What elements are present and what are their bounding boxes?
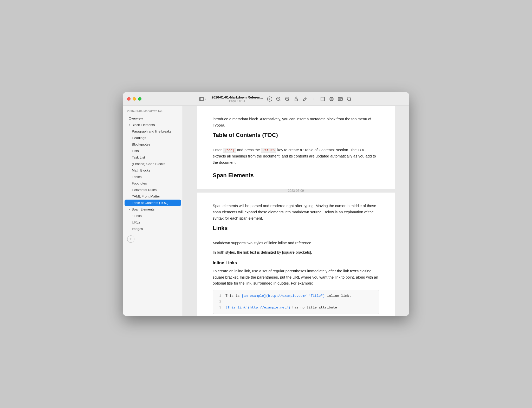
titlebar-actions: i › xyxy=(267,96,352,102)
code-suffix-1: inline link. xyxy=(325,294,351,298)
toc-code2: Return xyxy=(261,148,276,153)
inline-links-heading: Inline Links xyxy=(213,260,379,266)
sidebar-item-lists[interactable]: Lists xyxy=(125,148,181,154)
inline-links-para: To create an inline link, use a set of r… xyxy=(213,268,379,287)
links-para2: In both styles, the link text is delimit… xyxy=(213,249,379,256)
svg-rect-14 xyxy=(321,97,325,101)
sidebar-item-blockquotes[interactable]: Blockquotes xyxy=(125,141,181,148)
sidebar-item-links[interactable]: › Links xyxy=(125,213,181,219)
sidebar-span-elements-label: Span Elements xyxy=(132,207,154,211)
document-title: 2016-01-01-Markdown Referen... xyxy=(212,95,263,99)
svg-rect-0 xyxy=(199,97,204,101)
toc-and-text: and press the xyxy=(237,148,261,152)
page-separator: 2023-05-09 xyxy=(197,189,395,193)
sidebar-item-horizontal-rules[interactable]: Horizontal Rules xyxy=(125,187,181,193)
titlebar: › 2016-01-01-Markdown Referen... Page 6 … xyxy=(123,92,409,106)
code-link-1: [an example](http://example.com/ "Title"… xyxy=(242,294,325,298)
svg-line-10 xyxy=(288,100,289,101)
code-lineno-2: 2 xyxy=(217,299,221,305)
page-info: Page 6 of 11 xyxy=(229,99,245,102)
sidebar-item-paragraph[interactable]: Paragraph and line breaks xyxy=(125,128,181,135)
svg-line-23 xyxy=(350,100,351,101)
zoom-in-icon[interactable] xyxy=(285,96,290,102)
sidebar-toggle-chevron: › xyxy=(205,97,206,101)
code-line-1: 1 This is [an example](http://example.co… xyxy=(217,293,375,299)
code-suffix-3: has no title attribute. xyxy=(290,306,339,310)
minimize-button[interactable] xyxy=(133,97,136,101)
toc-enter-text: Enter xyxy=(213,148,223,152)
close-button[interactable] xyxy=(127,97,131,101)
code-line-2-text xyxy=(225,299,228,305)
doc-page-2: Span elements will be parsed and rendere… xyxy=(197,193,395,316)
page-date: 2023-05-09 xyxy=(288,189,304,193)
links-para1: Markdown supports two styles of links: i… xyxy=(213,240,379,246)
links-heading: Links xyxy=(213,225,379,232)
code-line-1-text: This is [an example](http://example.com/… xyxy=(225,293,351,299)
sidebar-block-elements-header[interactable]: ▾ Block Elements xyxy=(125,122,181,128)
chevron-down-icon: ▾ xyxy=(129,123,130,126)
code-line-3-text: [This link](http://example.net/) has no … xyxy=(225,305,339,311)
titlebar-title-block: 2016-01-01-Markdown Referen... Page 6 of… xyxy=(212,95,263,102)
add-button[interactable]: + xyxy=(127,235,134,243)
code-block: 1 This is [an example](http://example.co… xyxy=(213,290,379,314)
edit-icon[interactable] xyxy=(302,96,308,102)
svg-point-16 xyxy=(331,98,332,100)
sidebar-item-headings[interactable]: Headings xyxy=(125,135,181,141)
document-area[interactable]: introduce a metadata block. Alternativel… xyxy=(183,106,409,316)
main-content: 2016-01-01-Markdown Re... Overview ▾ Blo… xyxy=(123,106,409,316)
target-icon[interactable] xyxy=(329,96,334,102)
sidebar[interactable]: 2016-01-01-Markdown Re... Overview ▾ Blo… xyxy=(123,106,183,316)
search-icon[interactable] xyxy=(347,96,352,102)
zoom-out-icon[interactable] xyxy=(276,96,281,102)
sidebar-item-urls[interactable]: URLs xyxy=(125,219,181,226)
sidebar-item-code-blocks[interactable]: (Fenced) Code Blocks xyxy=(125,161,181,167)
svg-line-6 xyxy=(280,100,281,101)
toc-para: Enter [toc] and press the Return key to … xyxy=(213,147,379,166)
sidebar-doc-name: 2016-01-01-Markdown Re... xyxy=(123,108,183,115)
doc-page-1: introduce a metadata block. Alternativel… xyxy=(197,106,395,189)
svg-rect-19 xyxy=(338,97,342,101)
links-divider xyxy=(213,236,379,236)
code-link-3: [This link](http://example.net/) xyxy=(225,306,290,310)
annotate-icon[interactable] xyxy=(338,96,343,102)
sidebar-item-footnotes[interactable]: Footnotes xyxy=(125,180,181,187)
sidebar-item-toc[interactable]: Table of Contents (TOC) xyxy=(125,200,181,206)
toc-divider xyxy=(213,143,379,143)
code-lineno-1: 1 xyxy=(217,293,221,299)
sidebar-item-yaml[interactable]: YAML Front Matter xyxy=(125,193,181,200)
traffic-lights xyxy=(127,97,141,101)
code-lineno-3: 3 xyxy=(217,305,221,311)
intro-text: introduce a metadata block. Alternativel… xyxy=(213,116,379,129)
edit-chevron-icon[interactable]: › xyxy=(311,96,316,102)
titlebar-center: › 2016-01-01-Markdown Referen... Page 6 … xyxy=(145,95,405,102)
svg-point-15 xyxy=(330,97,333,101)
code-prefix-1: This is xyxy=(225,294,242,298)
code-line-2: 2 xyxy=(217,299,375,305)
chevron-down-icon-span: ▾ xyxy=(129,208,130,211)
svg-text:i: i xyxy=(269,97,270,101)
sidebar-item-tasklist[interactable]: Task List xyxy=(125,154,181,161)
sidebar-item-math-blocks[interactable]: Math Blocks xyxy=(125,167,181,174)
code-line-3: 3 [This link](http://example.net/) has n… xyxy=(217,305,375,311)
page2-intro: Span elements will be parsed and rendere… xyxy=(213,203,379,222)
sidebar-item-tables[interactable]: Tables xyxy=(125,174,181,180)
sidebar-footer: + xyxy=(123,233,183,245)
sidebar-item-images[interactable]: Images xyxy=(125,226,181,232)
svg-line-12 xyxy=(305,98,306,99)
maximize-button[interactable] xyxy=(138,97,141,101)
sidebar-block-elements-label: Block Elements xyxy=(132,123,155,127)
sidebar-span-elements-header[interactable]: ▾ Span Elements xyxy=(125,206,181,213)
toc-code1: [toc] xyxy=(223,148,236,153)
sidebar-item-overview[interactable]: Overview xyxy=(125,115,181,122)
info-icon[interactable]: i xyxy=(267,96,272,102)
sidebar-item-overview-label: Overview xyxy=(129,116,143,120)
chevron-right-icon: › xyxy=(132,214,133,217)
span-elements-divider xyxy=(213,183,379,183)
share-icon[interactable] xyxy=(294,96,299,102)
sidebar-toggle-button[interactable]: › xyxy=(198,96,207,102)
fullscreen-icon[interactable] xyxy=(320,96,325,102)
span-elements-heading: Span Elements xyxy=(213,172,379,179)
app-window: › 2016-01-01-Markdown Referen... Page 6 … xyxy=(123,92,409,316)
toc-heading: Table of Contents (TOC) xyxy=(213,132,379,139)
